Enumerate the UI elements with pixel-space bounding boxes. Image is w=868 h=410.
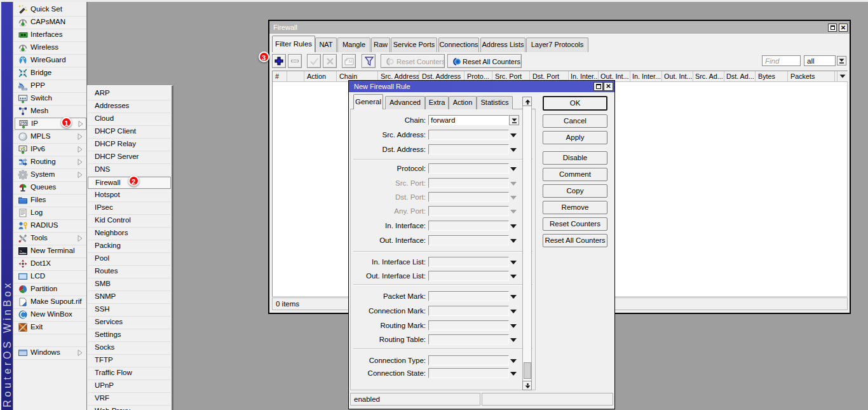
svg-text:v6: v6 bbox=[20, 146, 25, 151]
svg-text:255: 255 bbox=[20, 121, 27, 125]
svg-text:>_: >_ bbox=[20, 249, 25, 253]
